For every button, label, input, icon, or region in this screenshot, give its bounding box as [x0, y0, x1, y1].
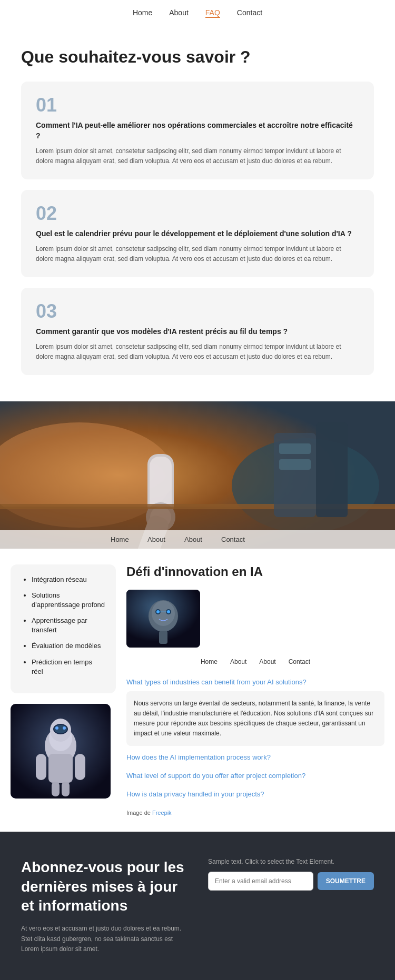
robot-banner-svg: Home About About Contact: [0, 401, 395, 549]
main-nav: Home About FAQ Contact: [0, 0, 395, 26]
bullet-item-1: Intégration réseau: [32, 575, 105, 584]
accordion-body-1: Nous servons un large éventail de secteu…: [126, 691, 384, 746]
faq-question-2: Quel est le calendrier prévu pour le dév…: [36, 229, 359, 239]
svg-text:About: About: [147, 536, 165, 543]
email-row: SOUMETTRE: [208, 872, 374, 891]
nav-home[interactable]: Home: [133, 8, 152, 18]
email-input[interactable]: [208, 872, 313, 891]
freepik-credit: Image de Freepik: [126, 810, 384, 816]
bullet-item-3: Apprentissage par transfert: [32, 616, 105, 635]
accordion-item-3: What level of support do you offer after…: [126, 769, 384, 783]
bullet-box: Intégration réseau Solutions d'apprentis…: [11, 564, 116, 694]
accordion-title-3[interactable]: What level of support do you offer after…: [126, 769, 384, 783]
faq-item-3: 03 Comment garantir que vos modèles d'IA…: [21, 288, 374, 375]
overlay-nav-home[interactable]: Home: [201, 658, 218, 665]
svg-text:Home: Home: [111, 536, 129, 543]
faq-item-2: 02 Quel est le calendrier prévu pour le …: [21, 190, 374, 277]
svg-text:About: About: [184, 536, 202, 543]
faq-question-3: Comment garantir que vos modèles d'IA re…: [36, 327, 359, 337]
subscribe-left: Abonnez-vous pour les dernières mises à …: [21, 858, 187, 954]
faq-number-3: 03: [36, 300, 359, 322]
faq-item-1: 01 Comment l'IA peut-elle améliorer nos …: [21, 82, 374, 179]
freepik-link[interactable]: Freepik: [152, 810, 172, 816]
svg-rect-44: [159, 631, 167, 644]
subscribe-section: Abonnez-vous pour les dernières mises à …: [0, 832, 395, 980]
svg-rect-17: [279, 459, 311, 470]
faq-heading: Que souhaitez-vous savoir ?: [21, 47, 374, 67]
svg-point-38: [152, 601, 175, 626]
svg-text:Contact: Contact: [221, 536, 245, 543]
svg-rect-33: [75, 754, 85, 780]
svg-point-30: [63, 726, 66, 730]
nav-faq[interactable]: FAQ: [205, 8, 220, 18]
svg-rect-16: [279, 443, 311, 454]
right-column: Défi d'innovation en IA: [126, 564, 384, 816]
faq-number-1: 01: [36, 94, 359, 116]
robot2-svg: [11, 704, 111, 799]
svg-rect-35: [62, 782, 70, 796]
bullet-item-5: Prédiction en temps réel: [32, 658, 105, 676]
subscribe-heading: Abonnez-vous pour les dernières mises à …: [21, 858, 187, 915]
robot2-image: [11, 704, 111, 799]
accordion-title-2[interactable]: How does the AI implementation process w…: [126, 750, 384, 764]
svg-point-29: [55, 726, 58, 730]
faq-section: Que souhaitez-vous savoir ? 01 Comment l…: [0, 26, 395, 401]
bullet-item-2: Solutions d'apprentissage profond: [32, 591, 105, 610]
accordion-title-4[interactable]: How is data privacy handled in your proj…: [126, 787, 384, 801]
innovation-heading: Défi d'innovation en IA: [126, 564, 384, 579]
accordion-item-1: What types of industries can benefit fro…: [126, 675, 384, 746]
ai-portrait-svg: [126, 590, 200, 648]
ai-portrait: [126, 590, 200, 648]
accordion-item-2: How does the AI implementation process w…: [126, 750, 384, 764]
bullet-list: Intégration réseau Solutions d'apprentis…: [21, 575, 105, 677]
robot-banner: Home About About Contact: [0, 401, 395, 549]
faq-number-2: 02: [36, 203, 359, 225]
overlay-nav-row: Home About About Contact: [126, 655, 384, 669]
faq-answer-1: Lorem ipsum dolor sit amet, consetetur s…: [36, 146, 359, 166]
overlay-nav-contact[interactable]: Contact: [289, 658, 310, 665]
overlay-nav-about[interactable]: About: [230, 658, 246, 665]
subscribe-right: Sample text. Click to select the Text El…: [208, 858, 374, 891]
svg-rect-32: [36, 754, 46, 780]
svg-rect-34: [52, 782, 60, 796]
left-column: Intégration réseau Solutions d'apprentis…: [11, 564, 116, 816]
innovation-section: Intégration réseau Solutions d'apprentis…: [0, 549, 395, 832]
accordion-item-4: How is data privacy handled in your proj…: [126, 787, 384, 801]
nav-contact[interactable]: Contact: [237, 8, 262, 18]
svg-rect-15: [316, 422, 348, 517]
nav-about[interactable]: About: [169, 8, 189, 18]
faq-answer-2: Lorem ipsum dolor sit amet, consetetur s…: [36, 244, 359, 264]
submit-button[interactable]: SOUMETTRE: [318, 872, 374, 890]
subscribe-body: At vero eos et accusam et justo duo dolo…: [21, 924, 187, 954]
faq-answer-3: Lorem ipsum dolor sit amet, consetetur s…: [36, 342, 359, 362]
svg-rect-31: [48, 754, 73, 783]
accordion-title-1[interactable]: What types of industries can benefit fro…: [126, 675, 384, 689]
bullet-item-4: Évaluation de modèles: [32, 641, 105, 651]
faq-question-1: Comment l'IA peut-elle améliorer nos opé…: [36, 120, 359, 141]
subscribe-sample-text: Sample text. Click to select the Text El…: [208, 858, 374, 865]
overlay-nav-about2[interactable]: About: [259, 658, 275, 665]
